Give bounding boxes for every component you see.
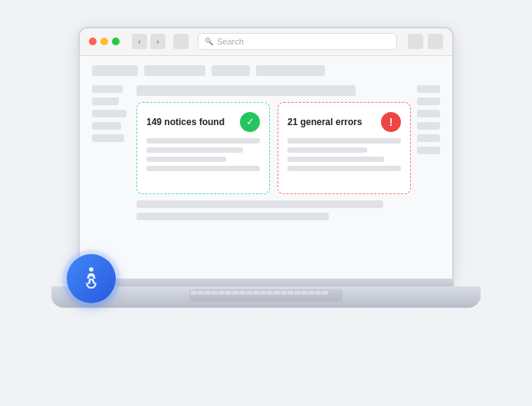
card-line <box>146 138 260 144</box>
right-sidebar-item <box>417 134 440 142</box>
right-sidebar <box>417 85 440 269</box>
card-line <box>146 147 243 153</box>
main-grid: 149 notices found ✓ <box>92 85 440 269</box>
sidebar-item <box>92 110 126 117</box>
top-bar-item <box>144 65 205 76</box>
key <box>212 291 218 295</box>
search-text: Search <box>217 37 244 46</box>
key <box>198 291 204 295</box>
right-sidebar-item <box>417 85 440 93</box>
key <box>274 291 280 295</box>
notices-title: 149 notices found <box>146 117 225 127</box>
notices-card: 149 notices found ✓ <box>136 102 270 194</box>
content-area: 149 notices found ✓ <box>136 85 411 269</box>
share-button[interactable] <box>428 34 443 49</box>
key <box>218 291 225 295</box>
sidebar-item <box>92 97 119 105</box>
nav-buttons: ‹ › <box>132 34 166 49</box>
card-header: 149 notices found ✓ <box>146 112 260 132</box>
check-icon: ✓ <box>240 112 260 132</box>
right-sidebar-item <box>417 110 440 117</box>
card-line <box>146 157 226 162</box>
left-sidebar <box>92 85 130 269</box>
errors-title: 21 general errors <box>287 117 362 127</box>
top-bar-item <box>92 65 138 76</box>
key <box>246 291 252 295</box>
laptop-hinge <box>78 280 454 286</box>
key <box>239 291 245 295</box>
card-header: 21 general errors ! <box>287 112 401 132</box>
key <box>322 291 328 295</box>
key <box>260 291 266 295</box>
sidebar-item <box>92 85 123 93</box>
key <box>301 291 307 295</box>
bottom-rows <box>136 200 411 220</box>
sidebar-item <box>92 122 121 130</box>
top-bar-row <box>92 65 440 76</box>
browser-chrome: ‹ › 🔍 Search <box>80 28 452 56</box>
window-button[interactable] <box>173 34 189 49</box>
content-top-bar <box>136 85 356 96</box>
sidebar-item <box>92 134 124 142</box>
right-sidebar-item <box>417 147 440 154</box>
key <box>294 291 300 295</box>
bottom-row-block <box>136 213 329 220</box>
cards-row: 149 notices found ✓ <box>136 102 411 194</box>
browser-actions <box>408 34 443 49</box>
card-line <box>287 157 384 162</box>
svg-point-0 <box>89 267 94 272</box>
minimize-dot[interactable] <box>100 38 108 45</box>
keyboard-area <box>189 289 343 302</box>
address-bar[interactable]: 🔍 Search <box>198 33 397 50</box>
browser-content: 149 notices found ✓ <box>80 56 452 279</box>
key <box>205 291 211 295</box>
key <box>232 291 238 295</box>
info-button[interactable] <box>408 34 423 49</box>
card-line <box>287 147 367 153</box>
traffic-lights <box>89 38 120 45</box>
card-lines <box>146 138 260 171</box>
key <box>315 291 321 295</box>
card-line <box>287 166 401 171</box>
search-icon: 🔍 <box>205 38 213 45</box>
card-lines <box>287 138 401 171</box>
accessibility-button[interactable] <box>67 254 116 303</box>
bottom-row-block <box>136 200 383 208</box>
right-sidebar-item <box>417 122 440 130</box>
card-line <box>287 138 401 144</box>
key <box>267 291 273 295</box>
forward-button[interactable]: › <box>150 34 166 49</box>
key <box>287 291 294 295</box>
laptop-screen: ‹ › 🔍 Search <box>78 27 454 280</box>
errors-card: 21 general errors ! <box>277 102 411 194</box>
back-button[interactable]: ‹ <box>132 34 147 49</box>
close-dot[interactable] <box>89 38 97 45</box>
key <box>253 291 259 295</box>
right-sidebar-item <box>417 97 440 105</box>
top-bar-item <box>212 65 250 76</box>
key <box>225 291 232 295</box>
maximize-dot[interactable] <box>112 38 120 45</box>
key <box>281 291 287 295</box>
key <box>191 291 197 295</box>
error-icon: ! <box>381 112 401 132</box>
card-line <box>146 166 260 171</box>
scene: ‹ › 🔍 Search <box>51 27 481 380</box>
accessibility-icon <box>78 266 104 292</box>
key <box>308 291 314 295</box>
top-bar-item <box>256 65 325 76</box>
